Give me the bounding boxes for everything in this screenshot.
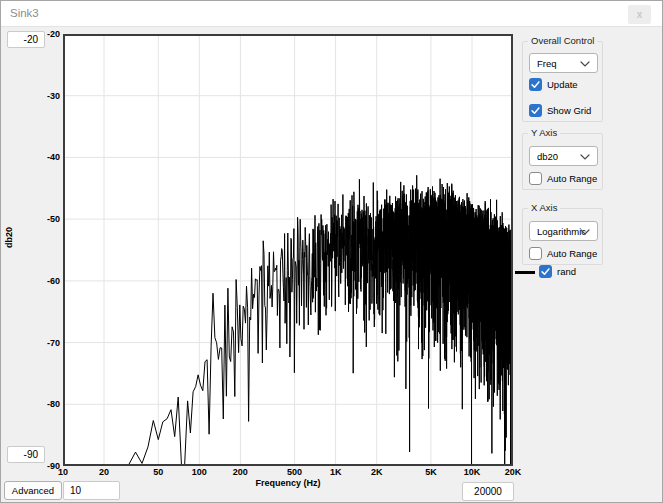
x-axis-group-title: X Axis <box>528 202 560 213</box>
x-tick-label: 2K <box>359 467 395 477</box>
overall-control-group: Overall Control Freq Update Show Grid <box>522 41 603 122</box>
y-min-field[interactable]: -90 <box>7 446 45 463</box>
x-tick-label: 5K <box>413 467 449 477</box>
legend-line <box>515 271 535 274</box>
x-tick-label: 20K <box>495 467 531 477</box>
advanced-button[interactable]: Advanced <box>4 481 62 500</box>
x-axis-dropdown[interactable]: Logarithmic <box>529 221 598 241</box>
x-tick-label: 100 <box>181 467 217 477</box>
y-axis-label: db20 <box>4 227 14 248</box>
y-axis-group-title: Y Axis <box>528 127 560 138</box>
update-label: Update <box>547 79 578 90</box>
x-tick-label: 50 <box>140 467 176 477</box>
x-axis-group: X Axis Logarithmic Auto Range <box>522 208 603 265</box>
x-axis-label: Frequency (Hz) <box>63 478 513 488</box>
y-tick-label: -40 <box>24 152 60 162</box>
y-tick-label: -60 <box>24 276 60 286</box>
legend-label: rand <box>557 266 576 277</box>
close-button[interactable]: x <box>628 5 651 24</box>
freq-dropdown-value: Freq <box>537 54 557 73</box>
x-min-field[interactable]: 10 <box>63 481 120 500</box>
x-tick-label: 10K <box>454 467 490 477</box>
y-axis-dropdown-value: db20 <box>537 147 558 166</box>
chevron-down-icon <box>580 154 590 160</box>
legend-checkbox[interactable] <box>539 265 552 278</box>
y-tick-label: -30 <box>24 91 60 101</box>
show-grid-checkbox[interactable] <box>529 104 542 117</box>
x-tick-label: 500 <box>277 467 313 477</box>
x-max-field[interactable]: 20000 <box>462 482 514 501</box>
x-tick-label: 1K <box>318 467 354 477</box>
y-tick-label: -80 <box>24 399 60 409</box>
plot-area[interactable] <box>63 34 513 466</box>
window-title: Sink3 <box>10 1 39 26</box>
y-axis-group: Y Axis db20 Auto Range <box>522 133 603 190</box>
y-axis-dropdown[interactable]: db20 <box>529 146 598 166</box>
y-auto-range-checkbox[interactable] <box>529 172 542 185</box>
update-checkbox[interactable] <box>529 78 542 91</box>
show-grid-label: Show Grid <box>547 105 591 116</box>
freq-dropdown[interactable]: Freq <box>529 53 598 73</box>
overall-control-title: Overall Control <box>528 35 597 46</box>
scope-window: Sink3 x 1020501002005001K2K5K10K20K-20-3… <box>0 0 663 503</box>
x-axis-dropdown-value: Logarithmic <box>537 222 586 241</box>
check-icon <box>530 79 541 90</box>
y-tick-label: -70 <box>24 338 60 348</box>
title-bar: Sink3 x <box>1 1 662 27</box>
y-auto-range-label: Auto Range <box>547 173 597 184</box>
y-max-field[interactable]: -20 <box>7 31 45 48</box>
x-tick-label: 20 <box>86 467 122 477</box>
chevron-down-icon <box>580 61 590 67</box>
chevron-down-icon <box>580 229 590 235</box>
check-icon <box>530 105 541 116</box>
x-auto-range-checkbox[interactable] <box>529 247 542 260</box>
x-tick-label: 200 <box>222 467 258 477</box>
x-auto-range-label: Auto Range <box>547 248 597 259</box>
y-tick-label: -50 <box>24 214 60 224</box>
check-icon <box>540 266 551 277</box>
close-icon: x <box>637 9 643 20</box>
